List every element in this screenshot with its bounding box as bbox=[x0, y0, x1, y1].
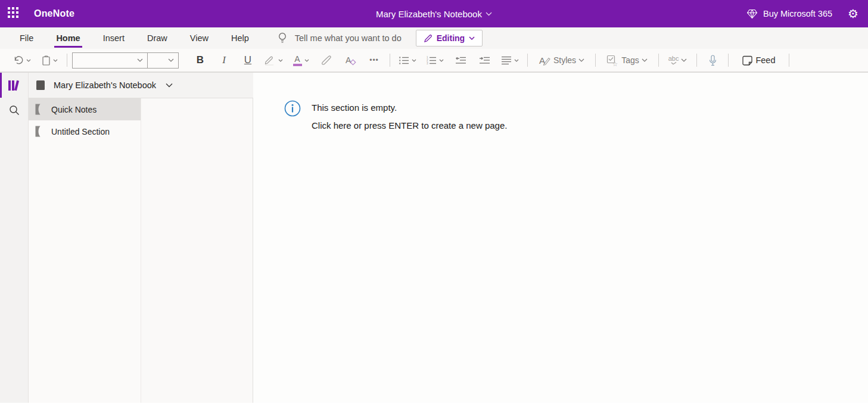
page-canvas[interactable]: This section is empty. Click here or pre… bbox=[253, 73, 868, 403]
microphone-icon bbox=[709, 55, 717, 66]
font-color-button[interactable]: A bbox=[287, 51, 315, 70]
pages-list[interactable] bbox=[141, 98, 253, 403]
section-item-quick-notes[interactable]: Quick Notes bbox=[29, 98, 141, 120]
spellcheck-icon: abc bbox=[668, 55, 679, 65]
tab-view[interactable]: View bbox=[179, 29, 220, 48]
editing-mode-label: Editing bbox=[437, 33, 465, 43]
chevron-down-icon bbox=[26, 59, 31, 62]
tell-me-placeholder: Tell me what you want to do bbox=[295, 33, 402, 43]
chevron-down-icon bbox=[514, 59, 519, 62]
section-label: Untitled Section bbox=[51, 127, 110, 136]
notebook-title-dropdown[interactable]: Mary Elizabeth's Notebook bbox=[376, 9, 492, 19]
section-label: Quick Notes bbox=[51, 105, 97, 114]
format-painter-icon bbox=[321, 55, 332, 66]
pencil-icon bbox=[424, 34, 433, 43]
toolbar-divider bbox=[67, 54, 67, 67]
buy-microsoft-365-button[interactable]: Buy Microsoft 365 bbox=[746, 9, 832, 19]
alignment-button[interactable] bbox=[496, 51, 524, 70]
bold-button[interactable]: B bbox=[188, 51, 212, 70]
info-icon bbox=[284, 100, 301, 117]
font-color-icon: A bbox=[293, 55, 302, 66]
font-name-select[interactable] bbox=[73, 53, 148, 68]
ellipsis-icon: ••• bbox=[369, 56, 379, 64]
svg-text:A: A bbox=[346, 55, 351, 65]
italic-button[interactable]: I bbox=[212, 51, 236, 70]
clear-formatting-button[interactable]: A bbox=[338, 51, 362, 70]
tab-insert[interactable]: Insert bbox=[92, 29, 136, 48]
toolbar-divider bbox=[658, 54, 659, 67]
settings-gear-icon[interactable]: ⚙ bbox=[848, 8, 858, 20]
undo-button[interactable] bbox=[8, 51, 36, 70]
svg-text:3: 3 bbox=[427, 62, 428, 65]
tags-label: Tags bbox=[621, 55, 639, 65]
menu-bar: File Home Insert Draw View Help Tell me … bbox=[0, 27, 868, 49]
bold-glyph: B bbox=[197, 54, 204, 66]
buy-label: Buy Microsoft 365 bbox=[763, 9, 832, 18]
increase-indent-button[interactable] bbox=[472, 51, 496, 70]
svg-text:☆: ☆ bbox=[612, 60, 618, 66]
format-painter-button[interactable] bbox=[315, 51, 338, 70]
toolbar-divider bbox=[789, 54, 789, 67]
left-navigation-rail bbox=[0, 73, 29, 403]
notebook-title-header: Mary Elizabeth's Notebook bbox=[0, 9, 868, 19]
decrease-indent-button[interactable] bbox=[449, 51, 472, 70]
styles-button[interactable]: A Styles bbox=[531, 51, 592, 70]
search-icon bbox=[9, 105, 20, 116]
tell-me-search[interactable]: Tell me what you want to do bbox=[278, 32, 402, 44]
numbered-list-button[interactable]: 123 bbox=[421, 51, 449, 70]
formatting-toolbar: B I U A A bbox=[0, 49, 868, 73]
empty-section-title: This section is empty. bbox=[312, 102, 507, 113]
section-item-untitled-section[interactable]: Untitled Section bbox=[29, 120, 141, 142]
chevron-down-icon bbox=[304, 59, 309, 62]
bullet-list-button[interactable] bbox=[394, 51, 421, 70]
diamond-icon bbox=[746, 9, 758, 19]
undo-icon bbox=[14, 55, 24, 65]
styles-label: Styles bbox=[553, 55, 576, 65]
font-size-select[interactable] bbox=[148, 53, 178, 68]
dictate-button[interactable] bbox=[701, 51, 724, 70]
toolbar-divider bbox=[390, 54, 390, 67]
notebooks-rail-button[interactable] bbox=[0, 73, 29, 98]
highlighter-icon bbox=[264, 55, 276, 66]
chevron-down-icon bbox=[278, 59, 283, 62]
toolbar-divider bbox=[728, 54, 729, 67]
app-launcher-icon[interactable] bbox=[8, 7, 21, 20]
chevron-down-icon bbox=[578, 58, 584, 62]
notebooks-icon bbox=[8, 80, 21, 91]
editing-mode-button[interactable]: Editing bbox=[416, 30, 483, 46]
more-formatting-button[interactable]: ••• bbox=[362, 51, 386, 70]
indent-icon bbox=[479, 56, 490, 65]
sections-list: Quick Notes Untitled Section bbox=[29, 98, 141, 403]
tab-help[interactable]: Help bbox=[220, 29, 260, 48]
styles-icon: A bbox=[539, 55, 551, 66]
paste-button[interactable] bbox=[36, 51, 63, 70]
chevron-down-icon bbox=[439, 59, 444, 62]
clear-formatting-icon: A bbox=[344, 55, 356, 66]
feed-button[interactable]: Feed bbox=[732, 51, 785, 70]
notebook-header-title: Mary Elizabeth's Notebook bbox=[54, 80, 156, 90]
notebook-header[interactable]: Mary Elizabeth's Notebook bbox=[29, 73, 253, 98]
tab-draw[interactable]: Draw bbox=[136, 29, 179, 48]
toolbar-divider bbox=[696, 54, 697, 67]
search-rail-button[interactable] bbox=[0, 98, 29, 123]
create-page-hint[interactable]: Click here or press ENTER to create a ne… bbox=[312, 120, 507, 130]
font-controls bbox=[72, 52, 179, 69]
tags-button[interactable]: ☆ Tags bbox=[599, 51, 655, 70]
tab-home[interactable]: Home bbox=[45, 29, 91, 48]
toolbar-divider bbox=[527, 54, 528, 67]
chevron-down-icon bbox=[53, 59, 58, 62]
underline-glyph: U bbox=[244, 54, 251, 66]
outdent-icon bbox=[455, 56, 466, 65]
section-tab-icon bbox=[35, 104, 42, 115]
spellcheck-button[interactable]: abc bbox=[662, 51, 693, 70]
underline-button[interactable]: U bbox=[236, 51, 260, 70]
notebook-title-text: Mary Elizabeth's Notebook bbox=[376, 9, 482, 19]
chevron-down-icon bbox=[166, 83, 173, 88]
empty-section-message: This section is empty. Click here or pre… bbox=[284, 100, 507, 130]
chevron-down-icon bbox=[168, 58, 174, 62]
highlight-color-button[interactable] bbox=[260, 51, 287, 70]
notebook-panel: Mary Elizabeth's Notebook Quick Notes Un… bbox=[29, 73, 253, 403]
tab-file[interactable]: File bbox=[8, 29, 45, 48]
section-tab-icon bbox=[35, 126, 42, 137]
italic-glyph: I bbox=[222, 54, 226, 66]
